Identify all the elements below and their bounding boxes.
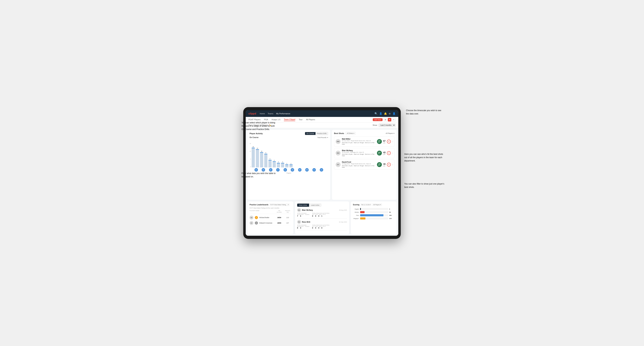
chevron-right-icon[interactable]: › — [392, 163, 393, 166]
act-gtt: 0 — [312, 227, 313, 229]
bar — [273, 161, 276, 168]
player-avatar[interactable]: OB — [291, 168, 294, 172]
sub-nav-team-clippd[interactable]: Team Clippd — [284, 118, 295, 121]
act-stats-row: Total Rounds Tournament Practice 8 4 Tot… — [297, 224, 347, 229]
act-total-rounds: Total Rounds Tournament Practice 8 4 — [297, 224, 310, 229]
bar-highlight — [260, 152, 263, 153]
practice-title: Practice Leaderboards — [250, 204, 268, 206]
search-icon[interactable]: 🔍 — [374, 112, 378, 115]
chevron-right-icon[interactable]: › — [392, 140, 393, 143]
shot-card[interactable]: DF David Ford 24 Aug 2023 · Royal North … — [334, 160, 394, 170]
player-avatar[interactable]: MM — [305, 168, 309, 172]
sub-nav-hcaps[interactable]: Hcaps 1-5 — [272, 119, 280, 121]
bar-value: 2 — [291, 163, 292, 164]
top-nav: clippd Home Teams My Performance 🔍 👤 🔔 ⊕… — [246, 110, 398, 117]
shot-cards: MM Matt Miller 09 Jun 2023 · Royal North… — [334, 137, 394, 170]
shot-info: David Ford 24 Aug 2023 · Royal North Dev… — [342, 161, 376, 168]
shot-stat-zero: 0 — [387, 163, 391, 167]
shot-player-name: David Ford — [342, 161, 376, 163]
scoring-row: Birdies 96 — [353, 211, 394, 213]
sub-nav-all-players[interactable]: All Players — [306, 119, 315, 121]
activity-tab-toggle: On Course Practice Drills — [305, 132, 328, 135]
app-logo: clippd — [248, 112, 256, 115]
list-view-btn[interactable]: ≡ — [392, 118, 396, 121]
total-rounds-dropdown[interactable]: Total Rounds ▾ — [317, 137, 328, 138]
scoring-value: 3 — [389, 208, 394, 210]
act-putt: 0 — [321, 227, 322, 229]
chevron-down-icon: ▾ — [354, 133, 354, 134]
player-avatar[interactable]: RB — [262, 168, 265, 172]
leaderboard-row: EC 2 Edward Crossman 18/20 107 — [250, 220, 291, 226]
sub-nav-tour[interactable]: Tour — [299, 119, 302, 121]
act-tournament-label: Tournament Practice — [297, 226, 310, 227]
lb-score: 18/20 — [276, 222, 283, 224]
act-pract-values: 0 0 0 0 — [312, 227, 330, 229]
sub-nav-pgat[interactable]: PGAT Players — [248, 119, 260, 121]
circle-plus-icon[interactable]: ⊕ — [389, 112, 391, 115]
time-filter-select[interactable]: Last 3 months — [378, 124, 396, 127]
player-thumb: MM — [336, 139, 340, 144]
scoring-value: 115 — [389, 218, 394, 219]
activity-panel: Most Active Least Active BM Blair McHarg… — [295, 201, 349, 234]
bar-highlight — [256, 149, 259, 150]
table-header: PLAYER NAME PB SCORE PB AVG SQ — [250, 210, 291, 214]
grid-view-btn[interactable]: ⊞ — [384, 118, 387, 121]
chevron-right-icon[interactable]: › — [392, 152, 393, 154]
act-sub-labels: GTT APP ARG PUTT — [312, 214, 330, 215]
avatar-icon[interactable]: 👤 — [392, 112, 396, 115]
act-stat-values: 8 4 — [297, 227, 310, 229]
scoring-bar-fill — [360, 217, 366, 219]
bar-highlight — [281, 163, 284, 163]
shot-badge: 200 SG — [377, 151, 382, 156]
bar — [256, 149, 259, 168]
scoring-title: Scoring — [353, 204, 360, 206]
scoring-bar-wrap — [360, 217, 388, 219]
act-total-rounds-label: Total Rounds — [297, 213, 310, 214]
annotation-bottomright: You can also filter to show just one pla… — [404, 182, 446, 189]
bell-icon[interactable]: 🔔 — [384, 112, 387, 115]
tab-most-active[interactable]: Most Active — [297, 204, 309, 207]
practice-dropdown[interactable]: PUTT Must Make Putting ... ▾ — [270, 204, 290, 206]
tab-on-course[interactable]: On Course — [305, 132, 316, 135]
people-icon[interactable]: 👤 — [379, 112, 382, 115]
shot-card[interactable]: BM Blair McHarg 23 Jul 2023 · Ashridge G… — [334, 148, 394, 158]
player-avatar[interactable]: DF — [269, 168, 272, 172]
scoring-panel: Scoring Par 3, 4 & 5s ▾ All Players ▾ Ea… — [351, 201, 397, 234]
nav-icons: 🔍 👤 🔔 ⊕ 👤 — [374, 112, 396, 115]
leaderboard-rows: RB 1 Richard Butler 19/20 110 EC 2 Edwar… — [250, 215, 291, 226]
shot-info: Blair McHarg 23 Jul 2023 · Ashridge GC, … — [342, 150, 376, 157]
activity-player: BM Blair McHarg 26 Aug 2023 Total Rounds… — [297, 208, 347, 219]
tab-practice-drills[interactable]: Practice Drills — [316, 132, 328, 135]
bar — [268, 160, 272, 168]
sub-nav-pga[interactable]: PGA — [264, 119, 268, 121]
bar-group: 2 — [285, 163, 288, 168]
tab-least-active[interactable]: Least Active — [309, 204, 322, 207]
act-stats-row: Total Rounds Tournament Practice 7 6 Tot… — [297, 213, 347, 217]
scoring-category-label: Pars — [353, 215, 359, 216]
rank-badge: 2 — [255, 221, 258, 224]
best-shots-title: Best Shots — [334, 132, 344, 134]
nav-home[interactable]: Home — [260, 113, 265, 115]
nav-my-performance[interactable]: My Performance — [276, 113, 290, 115]
nav-teams[interactable]: Teams — [268, 113, 273, 115]
player-avatar[interactable]: EE — [284, 168, 287, 172]
player-avatar[interactable]: LR — [320, 168, 323, 172]
card-view-btn[interactable]: ♥ — [388, 118, 391, 121]
player-avatar[interactable]: JC — [276, 168, 280, 172]
scoring-filter2[interactable]: All Players ▾ — [372, 204, 382, 206]
shot-card[interactable]: MM Matt Miller 09 Jun 2023 · Royal North… — [334, 137, 394, 147]
players-filter-dropdown[interactable]: All Players ▾ — [386, 133, 394, 134]
player-avatar[interactable]: EC — [312, 168, 316, 172]
scoring-filter1[interactable]: Par 3, 4 & 5s ▾ — [360, 204, 371, 206]
scoring-category-label: Eagles — [353, 208, 359, 210]
act-practice-val: 4 — [300, 227, 301, 229]
act-pract-values: 0 0 0 1 — [312, 215, 330, 217]
bar-value: 9 — [266, 152, 266, 154]
shot-stat-dist: 16 yds — [383, 163, 386, 167]
shots-filter-dropdown[interactable]: All Shots ▾ — [346, 132, 356, 135]
player-avatar[interactable]: BM — [254, 168, 258, 172]
add-team-button[interactable]: Add Team — [373, 118, 382, 121]
player-avatar[interactable]: RB — [298, 168, 302, 172]
bar-group: 3 — [277, 161, 280, 168]
shot-stat-dist: 67 yds — [383, 140, 386, 144]
